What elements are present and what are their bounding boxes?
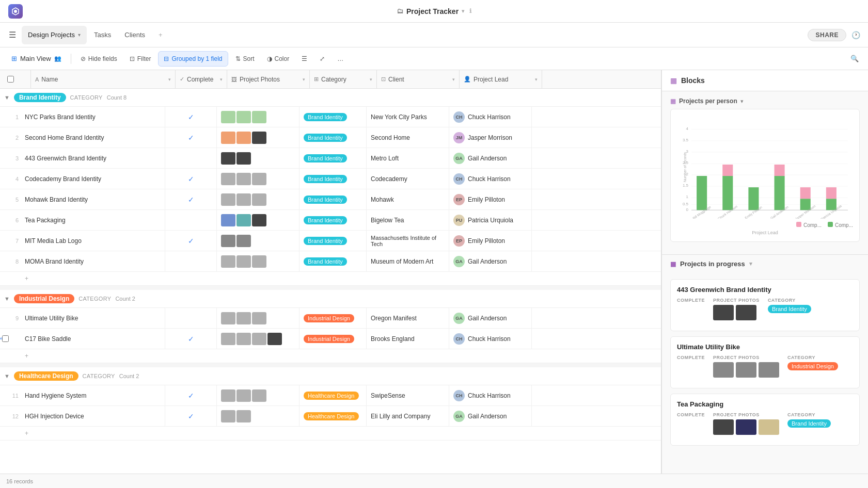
row-category-3[interactable]: Brand Identity <box>299 148 367 168</box>
row-photos-4[interactable] <box>217 169 299 189</box>
row-client-1[interactable]: New York City Parks <box>367 107 449 127</box>
th-complete[interactable]: ✓ Complete ▾ <box>176 70 227 88</box>
row-client-7[interactable]: Massachusetts Institute of Tech <box>367 231 449 251</box>
row-name-4[interactable]: Codecademy Brand Identity <box>21 169 165 189</box>
row-name-11[interactable]: Hand Hygiene System <box>21 385 165 405</box>
row-category-12[interactable]: Healthcare Design <box>299 406 367 426</box>
row-photos-8[interactable] <box>217 251 299 271</box>
tab-tasks[interactable]: Tasks <box>88 26 117 44</box>
row-complete-12[interactable]: ✓ <box>165 406 217 426</box>
tab-clients[interactable]: Clients <box>118 26 151 44</box>
row-client-3[interactable]: Metro Loft <box>367 148 449 168</box>
row-lead-7[interactable]: EP Emily Pilloton <box>449 231 532 251</box>
app-logo[interactable] <box>8 4 23 19</box>
select-all-checkbox[interactable] <box>7 76 14 83</box>
row-name-12[interactable]: HGH Injection Device <box>21 406 165 426</box>
row-name-1[interactable]: NYC Parks Brand Identity <box>21 107 165 127</box>
row-name-2[interactable]: Second Home Brand Identity <box>21 127 165 148</box>
color-button[interactable]: ◑ Color <box>262 51 295 67</box>
expand-button[interactable]: ⤢ <box>314 51 330 67</box>
hide-fields-button[interactable]: ⊘ Hide fields <box>75 51 122 67</box>
th-name[interactable]: A Name ▾ <box>31 70 176 88</box>
project-card-bike[interactable]: Ultimate Utility Bike COMPLETE PROJECT P… <box>670 336 860 388</box>
row-client-11[interactable]: SwipeSense <box>367 385 449 405</box>
row-photos-9[interactable] <box>217 308 299 328</box>
group-collapse-industrial[interactable]: ▼ <box>4 296 10 302</box>
chart-section-dropdown[interactable]: ▾ <box>740 98 744 105</box>
row-photos-1[interactable] <box>217 107 299 127</box>
in-progress-dropdown[interactable]: ▾ <box>749 261 752 267</box>
row-name-9[interactable]: Ultimate Utility Bike <box>21 308 165 328</box>
row-category-2[interactable]: Brand Identity <box>299 127 367 148</box>
row-complete-3[interactable] <box>165 148 217 168</box>
group-collapse-healthcare[interactable]: ▼ <box>4 373 10 379</box>
row-complete-1[interactable]: ✓ <box>165 107 217 127</box>
row-client-6[interactable]: Bigelow Tea <box>367 210 449 230</box>
row-category-11[interactable]: Healthcare Design <box>299 385 367 405</box>
row-lead-1[interactable]: CH Chuck Harrison <box>449 107 532 127</box>
row-photos-6[interactable] <box>217 210 299 230</box>
th-client[interactable]: ⊡ Client ▾ <box>377 70 460 88</box>
view-selector[interactable]: ⊞ Main View 👥 <box>6 53 67 64</box>
row-category-4[interactable]: Brand Identity <box>299 169 367 189</box>
filter-button[interactable]: ⊡ Filter <box>124 51 156 67</box>
row-category-8[interactable]: Brand Identity <box>299 251 367 271</box>
project-card-tea[interactable]: Tea Packaging COMPLETE PROJECT PHOTOS <box>670 394 860 446</box>
row-category-9[interactable]: Industrial Design <box>299 308 367 328</box>
row-complete-5[interactable]: ✓ <box>165 189 217 209</box>
sort-button[interactable]: ⇅ Sort <box>230 51 260 67</box>
row-photos-3[interactable] <box>217 148 299 168</box>
in-progress-section-title[interactable]: ▦ Projects in progress ▾ <box>662 254 868 273</box>
row-client-9[interactable]: Oregon Manifest <box>367 308 449 328</box>
group-badge-brand[interactable]: Brand Identity <box>14 93 66 102</box>
row-lead-2[interactable]: JM Jasper Morrison <box>449 127 532 148</box>
row-complete-2[interactable]: ✓ <box>165 127 217 148</box>
row-complete-6[interactable] <box>165 210 217 230</box>
row-photos-11[interactable] <box>217 385 299 405</box>
row-complete-8[interactable] <box>165 251 217 271</box>
row-lead-8[interactable]: GA Gail Anderson <box>449 251 532 271</box>
row-photos-10[interactable] <box>217 329 299 349</box>
list-view-button[interactable]: ☰ <box>296 51 312 67</box>
row-client-4[interactable]: Codecademy <box>367 169 449 189</box>
project-card-443[interactable]: 443 Greenwich Brand Identity COMPLETE PR… <box>670 279 860 331</box>
row-name-3[interactable]: 443 Greenwich Brand Identity <box>21 148 165 168</box>
row-name-7[interactable]: MIT Media Lab Logo <box>21 231 165 251</box>
th-lead[interactable]: 👤 Project Lead ▾ <box>460 70 542 88</box>
group-badge-healthcare[interactable]: Healthcare Design <box>14 371 78 381</box>
th-category[interactable]: ⊞ Category ▾ <box>310 70 377 88</box>
row-client-8[interactable]: Museum of Modern Art <box>367 251 449 271</box>
row-category-5[interactable]: Brand Identity <box>299 189 367 209</box>
th-photos[interactable]: 🖼 Project Photos ▾ <box>227 70 310 88</box>
row-lead-10[interactable]: CH Chuck Harrison <box>449 329 532 349</box>
row-lead-12[interactable]: GA Gail Anderson <box>449 406 532 426</box>
group-collapse-brand[interactable]: ▼ <box>4 94 10 101</box>
title-dropdown-icon[interactable]: ▾ <box>462 8 464 14</box>
add-row-industrial[interactable]: + <box>0 349 661 363</box>
row-category-1[interactable]: Brand Identity <box>299 107 367 127</box>
row-client-10[interactable]: Brooks England <box>367 329 449 349</box>
add-row-healthcare[interactable]: + <box>0 427 661 441</box>
row-photos-12[interactable] <box>217 406 299 426</box>
row-complete-10[interactable]: ✓ <box>165 329 217 349</box>
row-client-2[interactable]: Second Home <box>367 127 449 148</box>
row-lead-11[interactable]: CH Chuck Harrison <box>449 385 532 405</box>
tab-design-projects[interactable]: Design Projects ▾ <box>22 26 87 44</box>
row-client-5[interactable]: Mohawk <box>367 189 449 209</box>
history-button[interactable]: 🕐 <box>847 27 864 43</box>
search-button[interactable]: 🔍 <box>847 52 862 66</box>
row-lead-5[interactable]: EP Emily Pilloton <box>449 189 532 209</box>
row-checkbox-10[interactable] <box>2 335 9 342</box>
row-photos-7[interactable] <box>217 231 299 251</box>
more-button[interactable]: … <box>332 51 349 67</box>
row-name-5[interactable]: Mohawk Brand Identity <box>21 189 165 209</box>
row-category-7[interactable]: Brand Identity <box>299 231 367 251</box>
row-name-8[interactable]: MOMA Brand Identity <box>21 251 165 271</box>
row-lead-4[interactable]: CH Chuck Harrison <box>449 169 532 189</box>
row-lead-6[interactable]: PU Patricia Urquiola <box>449 210 532 230</box>
add-row-brand[interactable]: + <box>0 272 661 286</box>
row-client-12[interactable]: Eli Lilly and Company <box>367 406 449 426</box>
row-complete-9[interactable] <box>165 308 217 328</box>
row-complete-11[interactable]: ✓ <box>165 385 217 405</box>
share-button[interactable]: SHARE <box>808 29 846 41</box>
